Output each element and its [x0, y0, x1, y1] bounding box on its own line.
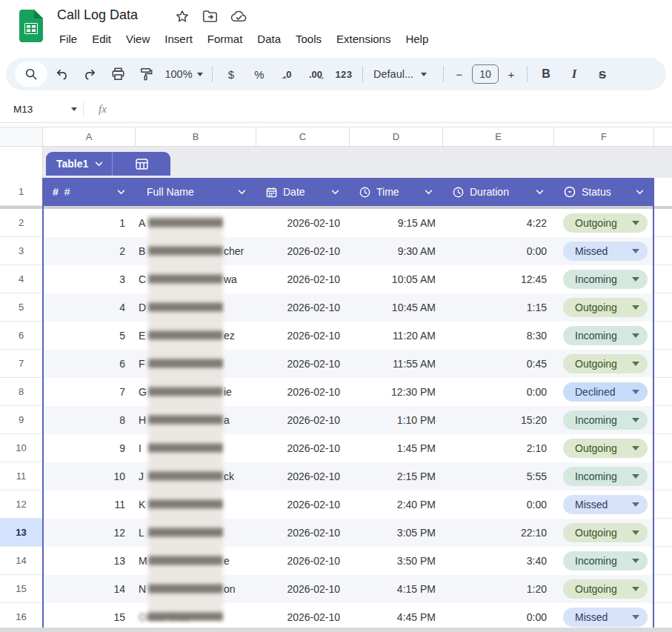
cell-date[interactable]: 2026-02-10: [256, 434, 350, 462]
cell-date[interactable]: 2026-02-10: [256, 547, 350, 575]
cell-status[interactable]: Outgoing: [554, 434, 654, 462]
row-header-13[interactable]: 13: [0, 519, 43, 547]
cell-status[interactable]: Incoming: [554, 322, 654, 350]
cell-date[interactable]: 2026-02-10: [256, 209, 350, 237]
cell-status[interactable]: Missed: [554, 490, 654, 519]
cell-time[interactable]: 10:45 AM: [350, 293, 443, 322]
table-header-full-name[interactable]: Full Name: [136, 178, 256, 206]
number-format-button[interactable]: 123: [330, 61, 358, 87]
decrease-font-size-button[interactable]: −: [448, 61, 470, 87]
cell-number[interactable]: 6: [43, 350, 136, 378]
cell-duration[interactable]: 8:30: [443, 322, 554, 350]
cell-status[interactable]: Missed: [554, 237, 654, 265]
cell-date[interactable]: 2026-02-10: [256, 322, 350, 350]
chevron-down-icon[interactable]: [636, 190, 644, 195]
row-header-14[interactable]: 14: [0, 547, 43, 575]
status-dropdown-chip[interactable]: Incoming: [563, 467, 648, 486]
status-dropdown-chip[interactable]: Outgoing: [563, 213, 648, 233]
table-menu-icon[interactable]: [113, 159, 170, 170]
document-title[interactable]: Call Log Data: [57, 7, 138, 23]
paint-format-button[interactable]: [132, 61, 160, 87]
column-header-D[interactable]: D: [350, 127, 443, 147]
google-sheets-logo-icon[interactable]: [19, 9, 44, 43]
cell-full-name[interactable]: D: [136, 293, 256, 322]
cell-status[interactable]: Incoming: [554, 547, 654, 575]
cell-time[interactable]: 11:20 AM: [350, 322, 443, 350]
cell-full-name[interactable]: Cwa: [136, 265, 256, 293]
row-header-10[interactable]: 10: [0, 434, 43, 462]
status-dropdown-chip[interactable]: Incoming: [563, 326, 648, 345]
cell-time[interactable]: 1:45 PM: [350, 434, 443, 462]
redo-button[interactable]: [76, 61, 104, 87]
cell-full-name[interactable]: Jck: [136, 462, 256, 490]
cell-duration[interactable]: 4:22: [443, 209, 554, 237]
cell-full-name[interactable]: F: [136, 350, 256, 378]
cell-time[interactable]: 11:55 AM: [350, 350, 443, 378]
cell-number[interactable]: 8: [43, 406, 136, 434]
table-header-status[interactable]: Status: [554, 178, 654, 206]
cell-time[interactable]: 1:10 PM: [350, 406, 443, 434]
name-box[interactable]: M13: [0, 104, 83, 115]
cell-status[interactable]: Incoming: [554, 462, 654, 490]
cell-full-name[interactable]: I: [136, 434, 256, 462]
cell-date[interactable]: 2026-02-10: [256, 350, 350, 378]
cell-number[interactable]: 3: [43, 265, 136, 293]
cloud-status-icon[interactable]: [230, 10, 247, 23]
status-dropdown-chip[interactable]: Outgoing: [563, 298, 648, 317]
table-header-duration[interactable]: Duration: [443, 178, 554, 206]
row-header-7[interactable]: 7: [0, 350, 43, 378]
chevron-down-icon[interactable]: [331, 190, 339, 195]
cell-duration[interactable]: 22:10: [443, 519, 554, 547]
row-header-2[interactable]: 2: [0, 209, 43, 237]
column-header-partial[interactable]: [654, 127, 672, 147]
cell-status[interactable]: Outgoing: [554, 350, 654, 378]
row-header-15[interactable]: 15: [0, 575, 43, 603]
move-folder-icon[interactable]: [202, 10, 218, 23]
status-dropdown-chip[interactable]: Missed: [563, 242, 648, 261]
status-dropdown-chip[interactable]: Outgoing: [563, 354, 648, 373]
cell-full-name[interactable]: Non: [136, 575, 256, 603]
cell-full-name[interactable]: Ha: [136, 406, 256, 434]
status-dropdown-chip[interactable]: Incoming: [563, 410, 648, 430]
row-header-1[interactable]: 1: [0, 178, 43, 206]
cell-date[interactable]: 2026-02-10: [256, 378, 350, 406]
cell-full-name[interactable]: L: [136, 519, 256, 547]
cell-time[interactable]: 12:30 PM: [350, 378, 443, 406]
cell-status[interactable]: Outgoing: [554, 293, 654, 322]
cell-time[interactable]: 4:15 PM: [350, 575, 443, 603]
chevron-down-icon[interactable]: [536, 190, 544, 195]
cell-status[interactable]: Outgoing: [554, 519, 654, 547]
chevron-down-icon[interactable]: [238, 190, 246, 195]
decrease-decimals-button[interactable]: .0←: [273, 61, 302, 87]
cell-duration[interactable]: 0:00: [443, 490, 554, 519]
increase-decimals-button[interactable]: .00→: [302, 61, 330, 87]
status-dropdown-chip[interactable]: Missed: [563, 495, 648, 514]
cell-time[interactable]: 3:50 PM: [350, 547, 443, 575]
column-header-F[interactable]: F: [554, 127, 654, 147]
cell-duration[interactable]: 15:20: [443, 406, 554, 434]
cell-number[interactable]: 2: [43, 237, 136, 265]
status-dropdown-chip[interactable]: Outgoing: [563, 439, 648, 458]
currency-format-button[interactable]: $: [217, 61, 245, 87]
menu-item-format[interactable]: Format: [200, 30, 250, 47]
cell-time[interactable]: 2:15 PM: [350, 462, 443, 490]
cell-duration[interactable]: 2:10: [443, 434, 554, 462]
menu-item-help[interactable]: Help: [398, 30, 436, 47]
cell-time[interactable]: 9:30 AM: [350, 237, 443, 265]
search-button[interactable]: [15, 61, 47, 87]
cell-status[interactable]: Declined: [554, 378, 654, 406]
column-header-E[interactable]: E: [443, 127, 554, 147]
cell-date[interactable]: 2026-02-10: [256, 462, 350, 490]
menu-item-file[interactable]: File: [52, 30, 84, 47]
menu-item-edit[interactable]: Edit: [84, 30, 119, 47]
cell-number[interactable]: 14: [43, 575, 136, 603]
column-header-C[interactable]: C: [256, 127, 350, 147]
star-icon[interactable]: [175, 9, 190, 24]
cell-status[interactable]: Outgoing: [554, 209, 654, 237]
cell-duration[interactable]: 0:45: [443, 350, 554, 378]
cell-number[interactable]: 10: [43, 462, 136, 490]
cell-number[interactable]: 5: [43, 322, 136, 350]
cell-number[interactable]: 7: [43, 378, 136, 406]
zoom-select[interactable]: 100%: [160, 61, 207, 87]
chevron-down-icon[interactable]: [117, 190, 125, 195]
